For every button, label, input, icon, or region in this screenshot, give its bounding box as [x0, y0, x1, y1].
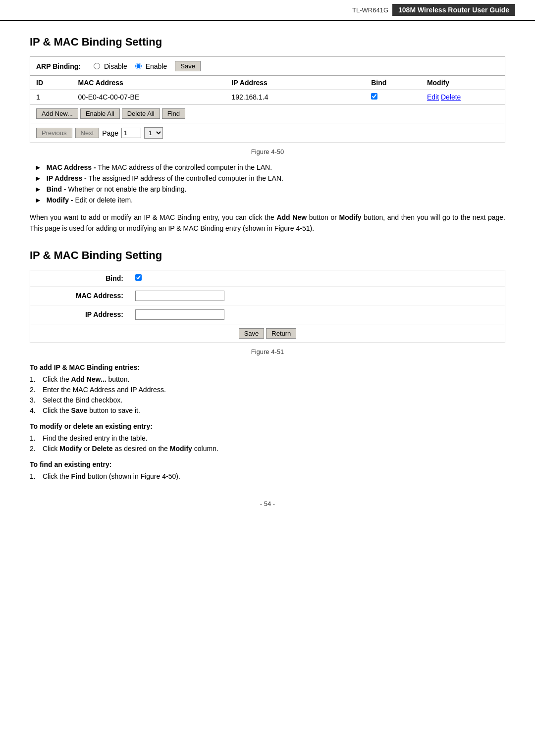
bullet-modify: ► Modify - Edit or delete item.	[30, 196, 505, 204]
next-button[interactable]: Next	[75, 128, 100, 138]
modify-steps-list: 1.Find the desired entry in the table. 2…	[30, 434, 505, 453]
row-ip: 192.168.1.4	[225, 90, 365, 104]
form-save-button[interactable]: Save	[239, 328, 265, 339]
bullet-mac-text: MAC Address - The MAC address of the con…	[47, 163, 272, 171]
find-step-1: 1.Click the Find button (shown in Figure…	[30, 472, 505, 480]
arp-enable-radio[interactable]	[135, 63, 142, 69]
table-header-row: ID MAC Address IP Address Bind Modify	[30, 76, 505, 90]
col-modify: Modify	[421, 76, 505, 90]
arp-disable-group: Disable	[94, 62, 127, 70]
arrow-icon: ►	[35, 196, 42, 204]
page-number: - 54 -	[30, 500, 505, 507]
page-header: TL-WR641G 108M Wireless Router User Guid…	[0, 0, 535, 21]
action-bar: Add New... Enable All Delete All Find	[30, 104, 505, 123]
form-mac-input[interactable]	[135, 291, 224, 301]
main-content: IP & MAC Binding Setting ARP Binding: Di…	[0, 21, 535, 527]
bullet-ip-text: IP Address - The assigned IP address of …	[47, 174, 283, 182]
add-new-button[interactable]: Add New...	[36, 108, 78, 119]
add-step-3: 3.Select the Bind checkbox.	[30, 396, 505, 404]
add-step-1: 1.Click the Add New... button.	[30, 375, 505, 383]
binding-table: ID MAC Address IP Address Bind Modify 1 …	[30, 76, 505, 104]
page-dropdown[interactable]: 1	[144, 127, 163, 139]
table-row: 1 00-E0-4C-00-07-BE 192.168.1.4 Edit Del…	[30, 90, 505, 104]
model-number: TL-WR641G	[352, 6, 388, 14]
bullet-ip: ► IP Address - The assigned IP address o…	[30, 174, 505, 182]
previous-button[interactable]: Previous	[36, 128, 72, 138]
col-ip: IP Address	[225, 76, 365, 90]
section2: IP & MAC Binding Setting Bind: MAC Addre…	[30, 249, 505, 355]
add-step-4: 4.Click the Save button to save it.	[30, 406, 505, 414]
bullet-bind: ► Bind - Whether or not enable the arp b…	[30, 185, 505, 193]
guide-title: 108M Wireless Router User Guide	[392, 4, 515, 16]
form-ip-row: IP Address:	[30, 305, 505, 324]
row-mac: 00-E0-4C-00-07-BE	[72, 90, 226, 104]
arrow-icon: ►	[35, 185, 42, 193]
form-ip-value	[129, 305, 505, 324]
arp-disable-radio[interactable]	[94, 63, 100, 69]
form-mac-label: MAC Address:	[30, 286, 129, 305]
arp-save-button[interactable]: Save	[175, 61, 201, 71]
form-bind-value	[129, 270, 505, 287]
page-label: Page	[102, 129, 118, 137]
binding-table-container: ARP Binding: Disable Enable Save ID MAC …	[30, 56, 505, 143]
edit-link[interactable]: Edit	[427, 93, 439, 101]
find-button[interactable]: Find	[162, 108, 185, 119]
delete-all-button[interactable]: Delete All	[122, 108, 160, 119]
form-ip-label: IP Address:	[30, 305, 129, 324]
form-mac-value	[129, 286, 505, 305]
col-id: ID	[30, 76, 72, 90]
form-bind-row: Bind:	[30, 270, 505, 287]
arrow-icon: ►	[35, 174, 42, 182]
add-step-2: 2.Enter the MAC Address and IP Address.	[30, 386, 505, 394]
section1-title: IP & MAC Binding Setting	[30, 36, 505, 49]
arp-binding-label: ARP Binding:	[36, 62, 86, 70]
arp-disable-label: Disable	[104, 62, 127, 70]
modify-title: To modify or delete an existing entry:	[30, 422, 505, 430]
form-ip-input[interactable]	[135, 309, 224, 320]
page-input[interactable]	[121, 128, 141, 138]
form-bottom-bar: Save Return	[30, 324, 505, 343]
row-id: 1	[30, 90, 72, 104]
bullet-modify-text: Modify - Edit or delete item.	[47, 196, 133, 204]
form-return-button[interactable]: Return	[266, 328, 296, 339]
modify-step-1: 1.Find the desired entry in the table.	[30, 434, 505, 442]
enable-all-button[interactable]: Enable All	[80, 108, 120, 119]
form-mac-row: MAC Address:	[30, 286, 505, 305]
bullet-mac: ► MAC Address - The MAC address of the c…	[30, 163, 505, 171]
arp-binding-row: ARP Binding: Disable Enable Save	[30, 57, 505, 76]
modify-step-2: 2.Click Modify or Delete as desired on t…	[30, 445, 505, 453]
col-mac: MAC Address	[72, 76, 226, 90]
pagination-bar: Previous Next Page 1	[30, 123, 505, 143]
col-bind: Bind	[365, 76, 421, 90]
section2-title: IP & MAC Binding Setting	[30, 249, 505, 262]
row-bind-checkbox[interactable]	[371, 93, 377, 100]
main-paragraph: When you want to add or modify an IP & M…	[30, 212, 505, 234]
row-modify: Edit Delete	[421, 90, 505, 104]
row-bind	[365, 90, 421, 104]
add-steps-list: 1.Click the Add New... button. 2.Enter t…	[30, 375, 505, 414]
figure1-caption: Figure 4-50	[30, 148, 505, 155]
bullet-bind-text: Bind - Whether or not enable the arp bin…	[47, 185, 186, 193]
figure2-caption: Figure 4-51	[30, 348, 505, 355]
find-steps-list: 1.Click the Find button (shown in Figure…	[30, 472, 505, 480]
form-bind-label: Bind:	[30, 270, 129, 287]
add-title: To add IP & MAC Binding entries:	[30, 363, 505, 371]
arp-enable-label: Enable	[146, 62, 167, 70]
form-bind-checkbox[interactable]	[135, 274, 142, 281]
delete-link[interactable]: Delete	[441, 93, 461, 101]
find-title: To find an existing entry:	[30, 460, 505, 468]
bullet-list: ► MAC Address - The MAC address of the c…	[30, 163, 505, 204]
binding-form-table: Bind: MAC Address: IP Address:	[30, 270, 505, 324]
arp-enable-group: Enable	[135, 62, 167, 70]
form-container: Bind: MAC Address: IP Address:	[30, 270, 505, 343]
arrow-icon: ►	[35, 163, 42, 171]
instructions: To add IP & MAC Binding entries: 1.Click…	[30, 363, 505, 480]
